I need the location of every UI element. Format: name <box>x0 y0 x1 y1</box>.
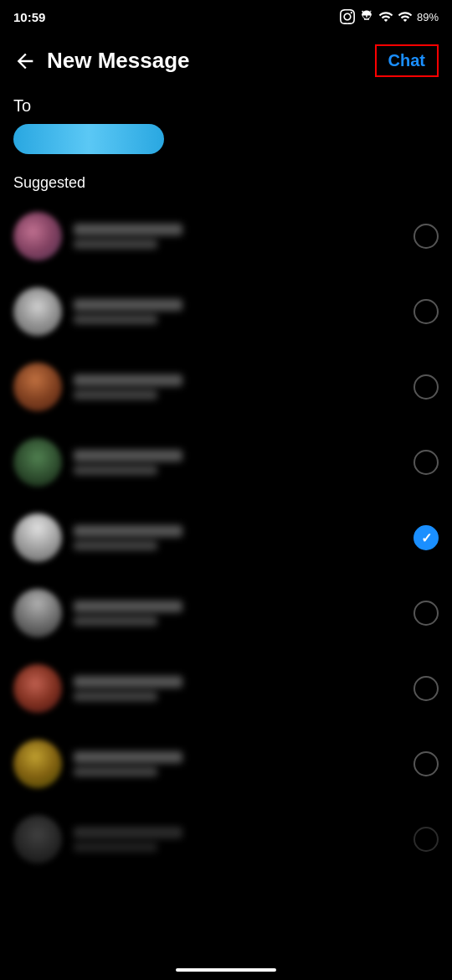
select-radio[interactable] <box>413 827 439 852</box>
contact-sub <box>74 541 157 550</box>
status-icons: 89% <box>340 9 439 24</box>
avatar <box>13 664 62 713</box>
contact-info <box>74 374 413 400</box>
contact-sub <box>74 616 157 626</box>
list-item[interactable] <box>0 425 452 500</box>
contact-info <box>74 450 413 475</box>
contact-name <box>74 751 182 763</box>
contact-name <box>74 676 182 688</box>
list-item[interactable] <box>0 349 452 425</box>
contact-sub <box>74 390 157 400</box>
avatar <box>13 287 62 336</box>
contact-sub <box>74 315 157 324</box>
contact-list <box>0 199 452 877</box>
list-item[interactable] <box>0 199 452 274</box>
contact-info <box>74 601 413 626</box>
suggested-label: Suggested <box>0 162 452 199</box>
contact-sub <box>74 843 157 852</box>
contact-name <box>74 450 182 462</box>
contact-info <box>74 299 413 324</box>
back-button[interactable] <box>13 49 37 73</box>
wifi-icon <box>378 9 393 24</box>
contact-info <box>74 676 413 701</box>
avatar <box>13 740 62 788</box>
contact-name <box>74 224 182 235</box>
header: New Message Chat <box>0 34 452 88</box>
instagram-icon <box>340 9 355 24</box>
select-radio[interactable] <box>413 374 439 400</box>
contact-info <box>74 751 413 776</box>
chat-button[interactable]: Chat <box>375 44 439 77</box>
signal-icon <box>398 9 413 24</box>
avatar <box>13 815 62 864</box>
contact-info <box>74 224 413 249</box>
contact-sub <box>74 692 157 701</box>
contact-info <box>74 827 413 852</box>
list-item[interactable] <box>0 500 452 575</box>
home-indicator <box>176 968 276 972</box>
contact-name <box>74 299 182 311</box>
contact-name <box>74 374 182 386</box>
avatar <box>13 212 62 260</box>
select-radio[interactable] <box>413 299 439 324</box>
contact-info <box>74 525 413 550</box>
select-radio[interactable] <box>413 751 439 776</box>
select-radio[interactable] <box>413 224 439 249</box>
avatar <box>13 438 62 487</box>
list-item[interactable] <box>0 274 452 349</box>
select-radio-checked[interactable] <box>413 525 439 550</box>
to-input-field[interactable] <box>13 124 164 154</box>
list-item[interactable] <box>0 575 452 651</box>
contact-name <box>74 601 182 612</box>
select-radio[interactable] <box>413 450 439 475</box>
contact-sub <box>74 767 157 776</box>
contact-name <box>74 525 182 537</box>
contact-sub <box>74 466 157 475</box>
list-item[interactable] <box>0 726 452 802</box>
to-section: To <box>0 88 452 162</box>
select-radio[interactable] <box>413 676 439 701</box>
avatar <box>13 589 62 637</box>
alarm-icon <box>359 9 374 24</box>
status-time: 10:59 <box>13 10 45 24</box>
list-item[interactable] <box>0 651 452 726</box>
to-label: To <box>13 96 439 116</box>
contact-name <box>74 827 182 838</box>
contact-sub <box>74 240 157 249</box>
avatar <box>13 513 62 562</box>
status-bar: 10:59 89% <box>0 0 452 34</box>
battery-level: 89% <box>417 11 439 23</box>
avatar <box>13 363 62 411</box>
page-title: New Message <box>47 48 375 74</box>
list-item[interactable] <box>0 802 452 877</box>
select-radio[interactable] <box>413 601 439 626</box>
